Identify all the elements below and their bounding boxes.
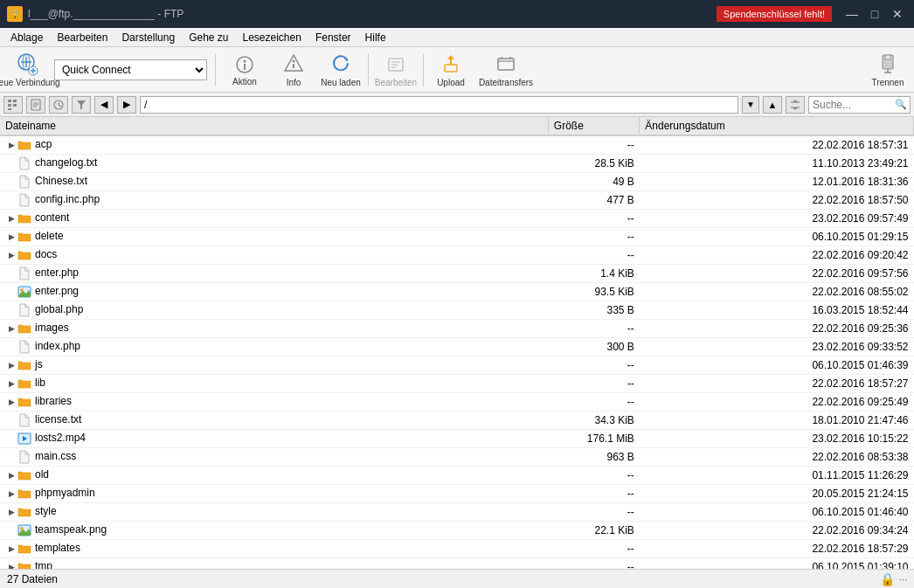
expand-arrow: ▶ bbox=[5, 377, 17, 390]
file-count: 27 Dateien bbox=[7, 573, 58, 585]
file-size-cell: 963 B bbox=[548, 448, 640, 467]
file-date-cell: 12.01.2016 18:31:36 bbox=[640, 173, 914, 191]
path-dropdown-button[interactable]: ▼ bbox=[742, 96, 759, 114]
path-up-button[interactable]: ▲ bbox=[763, 96, 782, 114]
upload-button[interactable]: Upload bbox=[428, 50, 474, 90]
table-row[interactable]: ▶ main.css963 B22.02.2016 08:53:38 bbox=[0, 448, 914, 467]
aktion-button[interactable]: Aktion bbox=[220, 50, 269, 90]
svg-rect-32 bbox=[8, 108, 11, 110]
file-name-cell: ▶ index.php bbox=[0, 338, 548, 356]
path-sort-button[interactable] bbox=[786, 96, 805, 114]
path-history-button[interactable] bbox=[49, 96, 68, 114]
toolbar-separator-1 bbox=[215, 53, 216, 86]
table-row[interactable]: ▶ acp--22.02.2016 18:57:31 bbox=[0, 135, 914, 155]
table-row[interactable]: ▶ phpmyadmin--20.05.2015 21:24:15 bbox=[0, 485, 914, 503]
file-icon bbox=[17, 193, 31, 207]
table-row[interactable]: ▶ libraries--22.02.2016 09:25:49 bbox=[0, 393, 914, 412]
table-row[interactable]: ▶ js--06.10.2015 01:46:39 bbox=[0, 356, 914, 375]
table-row[interactable]: ▶ old--01.11.2015 11:26:29 bbox=[0, 467, 914, 485]
reload-button[interactable]: Neu laden bbox=[318, 50, 364, 90]
file-transfers-button[interactable]: Dateitransfers bbox=[475, 50, 537, 90]
table-row[interactable]: ▶ style--06.10.2015 01:46:40 bbox=[0, 503, 914, 522]
file-date-cell: 22.02.2016 18:57:27 bbox=[640, 375, 914, 393]
menu-hilfe[interactable]: Hilfe bbox=[358, 30, 393, 45]
edit-label: Bearbeiten bbox=[375, 78, 417, 87]
info-button[interactable]: Info bbox=[271, 50, 316, 90]
file-name-cell: ▶ acp bbox=[0, 135, 548, 155]
menu-fenster[interactable]: Fenster bbox=[308, 30, 358, 45]
expand-arrow: ▶ bbox=[5, 249, 17, 261]
disconnect-button[interactable]: Trennen bbox=[865, 50, 911, 90]
path-filter-button[interactable] bbox=[72, 96, 91, 114]
table-row[interactable]: ▶ global.php335 B16.03.2015 18:52:44 bbox=[0, 301, 914, 320]
menu-ablage[interactable]: Ablage bbox=[3, 30, 50, 45]
restore-button[interactable]: □ bbox=[865, 4, 884, 24]
expand-arrow: ▶ bbox=[5, 543, 17, 555]
toolbar-separator-2 bbox=[368, 53, 369, 86]
table-row[interactable]: ▶ delete--06.10.2015 01:29:15 bbox=[0, 228, 914, 246]
quick-connect-select[interactable]: Quick Connect bbox=[54, 59, 207, 80]
table-row[interactable]: ▶ losts2.mp4176.1 MiB23.02.2016 10:15:22 bbox=[0, 430, 914, 448]
table-row[interactable]: ▶ docs--22.02.2016 09:20:42 bbox=[0, 246, 914, 265]
file-name: acp bbox=[35, 138, 52, 150]
close-button[interactable]: ✕ bbox=[888, 4, 907, 24]
file-size-cell: 176.1 MiB bbox=[548, 430, 640, 448]
file-name-cell: ▶ config.inc.php bbox=[0, 191, 548, 210]
file-date-cell: 16.03.2015 18:52:44 bbox=[640, 301, 914, 320]
menu-gehe-zu[interactable]: Gehe zu bbox=[182, 30, 235, 45]
app-icon: 🔒 bbox=[7, 6, 23, 22]
table-row[interactable]: ▶ teamspeak.png22.1 KiB22.02.2016 09:34:… bbox=[0, 522, 914, 540]
minimize-button[interactable]: ― bbox=[842, 4, 862, 24]
menu-lesezeichen[interactable]: Lesezeichen bbox=[236, 30, 308, 45]
file-transfers-label: Dateitransfers bbox=[479, 78, 533, 87]
search-button[interactable]: 🔍 bbox=[892, 97, 910, 113]
expand-arrow: ▶ bbox=[5, 432, 17, 445]
table-row[interactable]: ▶ enter.png93.5 KiB22.02.2016 08:55:02 bbox=[0, 283, 914, 301]
expand-arrow: ▶ bbox=[5, 176, 17, 188]
table-row[interactable]: ▶ config.inc.php477 B22.02.2016 18:57:50 bbox=[0, 191, 914, 210]
new-connection-button[interactable]: Neue Verbindung bbox=[3, 50, 49, 90]
table-row[interactable]: ▶ content--23.02.2016 09:57:49 bbox=[0, 210, 914, 228]
file-name: phpmyadmin bbox=[35, 487, 95, 499]
path-tree-button[interactable] bbox=[3, 96, 23, 114]
menu-darstellung[interactable]: Darstellung bbox=[114, 30, 182, 45]
file-date-cell: 22.02.2016 18:57:50 bbox=[640, 191, 914, 210]
menu-bearbeiten[interactable]: Bearbeiten bbox=[50, 30, 114, 45]
table-row[interactable]: ▶ index.php300 B23.02.2016 09:33:52 bbox=[0, 338, 914, 356]
file-name-cell: ▶ tmp bbox=[0, 558, 548, 570]
file-date-cell: 23.02.2016 09:33:52 bbox=[640, 338, 914, 356]
table-row[interactable]: ▶ license.txt34.3 KiB18.01.2010 21:47:46 bbox=[0, 412, 914, 430]
table-row[interactable]: ▶ tmp--06.10.2015 01:39:10 bbox=[0, 558, 914, 570]
search-input[interactable] bbox=[809, 97, 892, 113]
file-name-cell: ▶ style bbox=[0, 503, 548, 522]
table-row[interactable]: ▶ templates--22.02.2016 18:57:29 bbox=[0, 540, 914, 558]
edit-button[interactable]: Bearbeiten bbox=[373, 50, 419, 90]
path-input[interactable] bbox=[140, 96, 738, 114]
file-size-cell: -- bbox=[548, 356, 640, 375]
file-list-container[interactable]: Dateiname Größe Änderungsdatum ▶ acp--22… bbox=[0, 117, 914, 569]
path-forward-button[interactable]: ▶ bbox=[117, 96, 136, 114]
file-name: old bbox=[35, 468, 49, 481]
file-name-cell: ▶ Chinese.txt bbox=[0, 173, 548, 191]
file-name: license.txt bbox=[35, 413, 81, 425]
file-size-cell: 1.4 KiB bbox=[548, 265, 640, 283]
column-header-name[interactable]: Dateiname bbox=[0, 117, 548, 135]
svg-rect-30 bbox=[8, 104, 11, 107]
file-transfers-icon bbox=[494, 52, 518, 76]
table-row[interactable]: ▶ enter.php1.4 KiB22.02.2016 09:57:56 bbox=[0, 265, 914, 283]
table-row[interactable]: ▶ Chinese.txt49 B12.01.2016 18:31:36 bbox=[0, 173, 914, 191]
column-header-date[interactable]: Änderungsdatum bbox=[640, 117, 914, 135]
donate-button[interactable]: Spendenschlüssel fehlt! bbox=[717, 6, 832, 22]
table-row[interactable]: ▶ changelog.txt28.5 KiB11.10.2013 23:49:… bbox=[0, 155, 914, 173]
table-row[interactable]: ▶ lib--22.02.2016 18:57:27 bbox=[0, 375, 914, 393]
path-bookmark-button[interactable] bbox=[26, 96, 45, 114]
disconnect-label: Trennen bbox=[872, 78, 904, 87]
path-back-button[interactable]: ◀ bbox=[94, 96, 114, 114]
toolbar-separator-3 bbox=[423, 53, 424, 86]
svg-marker-42 bbox=[793, 100, 798, 102]
table-row[interactable]: ▶ images--22.02.2016 09:25:36 bbox=[0, 320, 914, 338]
file-date-cell: 22.02.2016 09:25:36 bbox=[640, 320, 914, 338]
column-header-size[interactable]: Größe bbox=[548, 117, 640, 135]
disconnect-icon bbox=[876, 52, 900, 76]
expand-arrow: ▶ bbox=[5, 414, 17, 426]
